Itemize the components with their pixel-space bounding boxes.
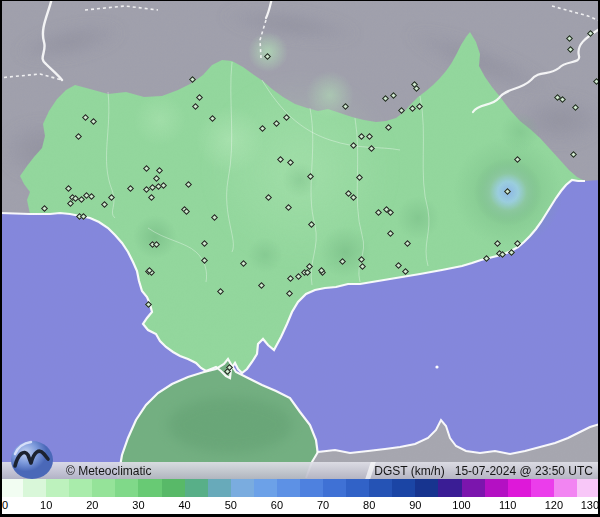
map-canvas [0, 0, 600, 480]
meteoclimatic-logo-icon [9, 439, 57, 481]
legend-tick-label: 90 [409, 497, 421, 513]
legend-tick-row: 0102030405060708090100110120130 [0, 497, 600, 514]
legend-color-cell [138, 479, 161, 497]
left-border [0, 0, 2, 517]
legend-tick-label: 100 [452, 497, 470, 513]
legend-color-cell [23, 479, 46, 497]
product-label: DGST (km/h) [374, 464, 444, 478]
legend-color-cell [462, 479, 485, 497]
legend-color-cell [508, 479, 531, 497]
legend-tick-label: 40 [178, 497, 190, 513]
legend-color-cell [577, 479, 600, 497]
top-border [0, 0, 600, 1]
legend-tick-label: 10 [40, 497, 52, 513]
legend-color-cell [369, 479, 392, 497]
legend-color-cell [162, 479, 185, 497]
legend-color-cell [554, 479, 577, 497]
legend-color-cell [300, 479, 323, 497]
legend-color-cell [92, 479, 115, 497]
legend-color-cell [69, 479, 92, 497]
map-region [0, 0, 600, 480]
timestamp-label: 15-07-2024 @ 23:50 UTC [455, 464, 593, 478]
info-bar: © Meteoclimatic DGST (km/h) 15-07-2024 @… [0, 462, 600, 479]
legend-color-cell [485, 479, 508, 497]
legend-color-cell [231, 479, 254, 497]
legend-color-cell [254, 479, 277, 497]
legend-color-cell [115, 479, 138, 497]
legend-color-cell [46, 479, 69, 497]
legend-tick-label: 30 [132, 497, 144, 513]
legend-tick-label: 60 [271, 497, 283, 513]
legend-tick-label: 0 [2, 497, 8, 513]
legend-color-cell [277, 479, 300, 497]
legend-color-cell [323, 479, 346, 497]
legend-tick-label: 50 [225, 497, 237, 513]
terrain-noise [0, 0, 600, 480]
legend-tick-label: 120 [545, 497, 563, 513]
legend-tick-label: 110 [499, 497, 517, 513]
legend-tick-label: 80 [363, 497, 375, 513]
legend-tick-label: 20 [86, 497, 98, 513]
legend-color-cell [0, 479, 23, 497]
meteoclimatic-logo[interactable] [9, 439, 57, 481]
weather-map-window: © Meteoclimatic DGST (km/h) 15-07-2024 @… [0, 0, 600, 517]
legend-tick-label: 70 [317, 497, 329, 513]
legend-color-cell [208, 479, 231, 497]
legend-color-cell [415, 479, 438, 497]
legend-tick-label: 130 [581, 497, 599, 513]
legend-color-scale [0, 479, 600, 497]
legend-color-cell [392, 479, 415, 497]
legend-color-cell [531, 479, 554, 497]
legend-color-cell [185, 479, 208, 497]
legend-color-cell [346, 479, 369, 497]
legend-color-cell [438, 479, 461, 497]
